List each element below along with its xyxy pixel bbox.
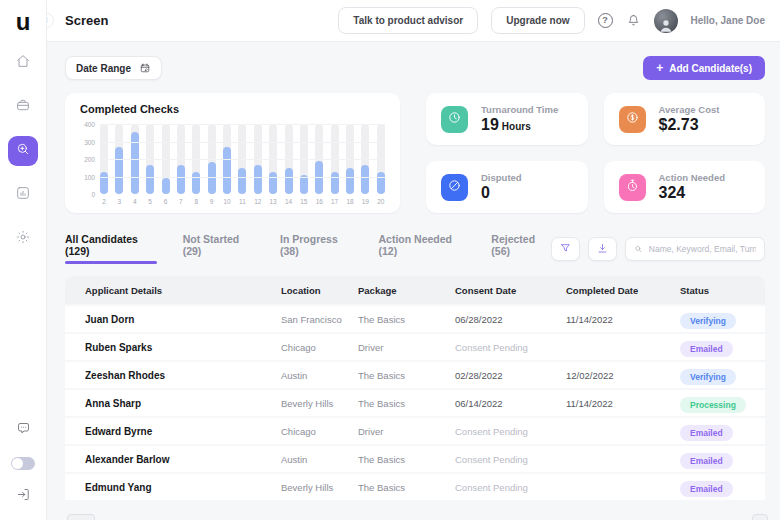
table-row[interactable]: Juan DornSan FranciscoThe Basics06/28/20… [65,306,765,332]
x-tick-label: 17 [331,198,339,205]
sidebar-item-screen[interactable] [8,136,38,166]
bar [223,147,231,194]
consent-date-cell: Consent Pending [455,454,566,465]
blocked-icon-box [441,174,468,201]
completed-date-cell: 12/02/2022 [566,370,680,381]
status-badge: Emailed [680,425,733,441]
avatar[interactable] [654,9,678,33]
status-cell: Emailed [680,338,765,357]
page-title: Screen [65,13,108,28]
stat-card-disputed: Disputed0 [426,161,588,213]
tab-rejected[interactable]: Rejected (56) [491,233,551,264]
chart-x-axis: 234567891011121314151617181920 [100,198,385,205]
table-row[interactable]: Zeeshan RhodesAustinThe Basics02/28/2022… [65,362,765,388]
column-header: Status [680,285,765,296]
x-tick-label: 13 [269,198,277,205]
chart-y-axis: 4003002001000 [80,124,100,194]
table-row[interactable]: Alexander BarlowAustinThe BasicsConsent … [65,446,765,472]
column-header: Location [281,285,358,296]
column-header: Completed Date [566,285,680,296]
stopwatch-icon [625,178,640,197]
tab-not-started[interactable]: Not Started (29) [183,233,254,264]
x-tick-label: 7 [177,198,185,205]
stat-card-turnaround-time: Turnaround Time19Hours [426,93,588,145]
notifications-bell-icon[interactable] [626,13,641,28]
sidebar-item-support-chat[interactable] [16,421,31,440]
applicant-name: Juan Dorn [85,314,281,325]
gridline [100,177,385,178]
toggle-knob [12,458,23,469]
status-badge: Emailed [680,341,733,357]
bar [269,172,277,194]
applicant-name: Alexander Barlow [85,454,281,465]
x-tick-label: 4 [131,198,139,205]
tab-in-progress[interactable]: In Progress (38) [280,233,352,264]
completed-date-cell: 11/14/2022 [566,314,680,325]
bar [208,162,216,194]
sidebar-bottom [11,421,35,506]
dollar-icon [625,110,640,129]
theme-toggle-switch[interactable] [11,457,35,470]
status-badge: Verifying [680,369,736,385]
sidebar-item-logout[interactable] [16,487,31,506]
column-header: Consent Date [455,285,566,296]
consent-date-cell: Consent Pending [455,426,566,437]
package-cell: The Basics [358,370,455,381]
bar [300,175,308,194]
add-candidates-button[interactable]: + Add Candidate(s) [643,56,765,80]
x-tick-label: 15 [300,198,308,205]
column-header: Package [358,285,455,296]
chart-plot-area [100,124,385,194]
bar [315,161,323,194]
tab-all-candidates[interactable]: All Candidates (129) [65,233,157,264]
sidebar-item-settings[interactable] [8,224,38,254]
table-row[interactable]: Edmund YangBeverly HillsThe BasicsConsen… [65,474,765,500]
search-icon [634,244,643,254]
add-candidates-label: Add Candidate(s) [669,63,752,74]
date-range-button[interactable]: Date Range [65,56,162,80]
upgrade-now-button[interactable]: Upgrade now [491,7,584,34]
gridline [100,159,385,160]
topbar: ‹ Screen Talk to product advisor Upgrade… [47,0,780,42]
gridline [100,124,385,125]
bar [331,172,339,194]
sidebar-item-reports[interactable] [8,180,38,210]
location-cell: San Francisco [281,314,358,325]
completed-date-cell: 11/14/2022 [566,398,680,409]
table-row[interactable]: Ruben SparksChicagoDriverConsent Pending… [65,334,765,360]
package-cell: Driver [358,426,455,437]
download-button[interactable] [588,237,617,261]
location-cell: Beverly Hills [281,398,358,409]
briefcase-icon [15,97,31,117]
pagination-prev-button[interactable] [67,514,95,520]
applicant-name: Anna Sharp [85,398,281,409]
column-header: Applicant Details [85,285,281,296]
status-cell: Processing [680,394,765,413]
table-body: Juan DornSan FranciscoThe Basics06/28/20… [65,306,765,500]
sidebar-item-home[interactable] [8,48,38,78]
y-tick-label: 400 [84,121,95,128]
bar [377,172,385,194]
search-input[interactable] [649,244,756,254]
tab-action-needed[interactable]: Action Needed (12) [379,233,466,264]
x-tick-label: 20 [377,198,385,205]
location-cell: Austin [281,454,358,465]
pagination-next-button[interactable] [752,514,768,520]
bar [346,168,354,194]
table-row[interactable]: Edward ByrneChicagoDriverConsent Pending… [65,418,765,444]
bar [361,165,369,194]
sidebar-item-work[interactable] [8,92,38,122]
table-row[interactable]: Anna SharpBeverly HillsThe Basics06/14/2… [65,390,765,416]
stat-card-action-needed: Action Needed324 [604,161,766,213]
bar [115,147,123,194]
bar [177,165,185,194]
status-cell: Emailed [680,478,765,497]
help-icon[interactable]: ? [598,13,613,28]
x-tick-label: 2 [100,198,108,205]
x-tick-label: 3 [115,198,123,205]
talk-to-advisor-button[interactable]: Talk to product advisor [338,7,478,34]
bar-chart: 4003002001000 [80,124,385,194]
toolbar: Date Range + Add Candidate(s) [65,56,765,80]
filter-button[interactable] [551,237,580,261]
consent-date-cell: 06/28/2022 [455,314,566,325]
